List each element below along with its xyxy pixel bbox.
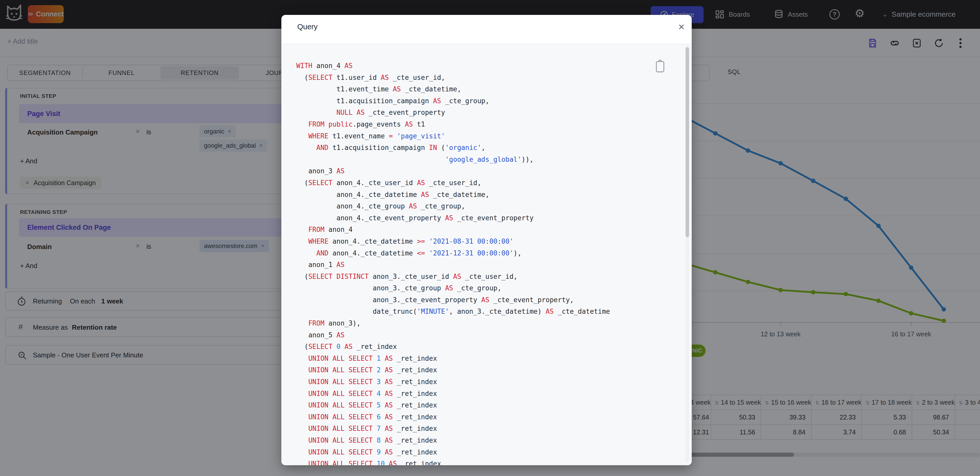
sql-line: anon_3._cte_event_property AS _cte_event… bbox=[296, 294, 610, 306]
sql-line: anon_4._cte_group AS _cte_group, bbox=[296, 200, 610, 212]
sql-line: date_trunc('MINUTE', anon_3._cte_datetim… bbox=[296, 306, 610, 317]
sql-line: WHERE t1.event_name = 'page_visit' bbox=[296, 130, 610, 142]
sql-line: AND anon_4._cte_datetime <= '2021-12-31 … bbox=[296, 248, 610, 259]
sql-line: anon_4._cte_datetime AS _cte_datetime, bbox=[296, 189, 610, 201]
sql-line: (SELECT anon_4._cte_user_id AS _cte_user… bbox=[296, 177, 610, 189]
sql-line: UNION ALL SELECT 8 AS _ret_index bbox=[296, 435, 610, 446]
modal-scrollbar-thumb[interactable] bbox=[686, 47, 689, 237]
sql-line: UNION ALL SELECT 1 AS _ret_index bbox=[296, 353, 610, 365]
sql-line: UNION ALL SELECT 5 AS _ret_index bbox=[296, 400, 610, 411]
sql-line: anon_1 AS bbox=[296, 259, 610, 271]
sql-line: UNION ALL SELECT 4 AS _ret_index bbox=[296, 388, 610, 400]
sql-line: anon_5 AS bbox=[296, 329, 610, 341]
sql-code: WITH anon_4 AS (SELECT t1.user_id AS _ct… bbox=[296, 60, 610, 465]
sql-line: WHERE anon_4._cte_datetime >= '2021-08-3… bbox=[296, 236, 610, 248]
sql-line: (SELECT 0 AS _ret_index bbox=[296, 341, 610, 353]
sql-line: UNION ALL SELECT 2 AS _ret_index bbox=[296, 364, 610, 376]
sql-line: anon_3 AS bbox=[296, 165, 610, 177]
modal-title: Query bbox=[297, 22, 318, 31]
sql-line: t1.event_time AS _cte_datetime, bbox=[296, 83, 610, 95]
sql-line: (SELECT t1.user_id AS _cte_user_id, bbox=[296, 72, 610, 84]
sql-line: 'google_ads_global')), bbox=[296, 154, 610, 166]
query-modal: Query × WITH anon_4 AS (SELECT t1.user_i… bbox=[282, 15, 692, 465]
clipboard-copy-icon[interactable] bbox=[654, 60, 666, 73]
sql-line: NULL AS _cte_event_property bbox=[296, 107, 610, 119]
sql-line: anon_3._cte_group AS _cte_group, bbox=[296, 282, 610, 294]
sql-line: AND t1.acquisition_campaign IN ('organic… bbox=[296, 142, 610, 154]
sql-line: FROM public.page_events AS t1 bbox=[296, 119, 610, 130]
screen: Connect Explore Boards Assets ? ⚙ ⌄ Samp… bbox=[0, 0, 980, 476]
sql-line: anon_4._cte_event_property AS _cte_event… bbox=[296, 212, 610, 224]
sql-line: UNION ALL SELECT 7 AS _ret_index bbox=[296, 423, 610, 435]
sql-line: FROM anon_3), bbox=[296, 317, 610, 329]
sql-line: UNION ALL SELECT 6 AS _ret_index bbox=[296, 411, 610, 423]
sql-line: t1.acquisition_campaign AS _cte_group, bbox=[296, 95, 610, 107]
sql-line: WITH anon_4 AS bbox=[296, 60, 610, 72]
sql-line: UNION ALL SELECT 10 AS _ret_index bbox=[296, 458, 610, 465]
close-icon[interactable]: × bbox=[675, 21, 688, 33]
sql-line: FROM anon_4 bbox=[296, 224, 610, 236]
sql-query-panel[interactable]: WITH anon_4 AS (SELECT t1.user_id AS _ct… bbox=[282, 44, 692, 465]
sql-line: UNION ALL SELECT 9 AS _ret_index bbox=[296, 446, 610, 458]
sql-line: (SELECT DISTINCT anon_3._cte_user_id AS … bbox=[296, 271, 610, 283]
sql-line: UNION ALL SELECT 3 AS _ret_index bbox=[296, 376, 610, 388]
